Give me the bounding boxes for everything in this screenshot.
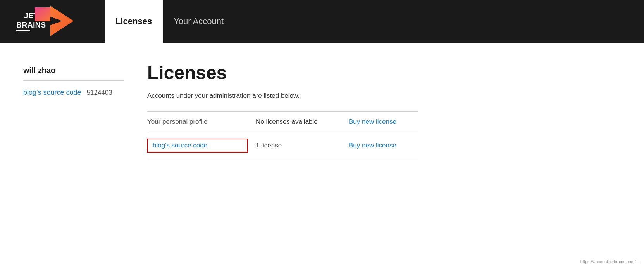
sidebar-divider xyxy=(23,80,124,81)
svg-marker-4 xyxy=(35,7,50,21)
sidebar-username: will zhao xyxy=(23,66,124,75)
sidebar-id: 5124403 xyxy=(87,89,112,97)
content-section: Licenses Accounts under your administrat… xyxy=(147,58,621,251)
content-description: Accounts under your administration are l… xyxy=(147,92,621,100)
page-title: Licenses xyxy=(147,62,621,83)
row-name-personal: Your personal profile xyxy=(147,118,248,126)
list-item: blog's source code 5124403 xyxy=(23,88,124,97)
table-row: blog's source code 1 license Buy new lic… xyxy=(147,132,418,159)
svg-text:BRAINS: BRAINS xyxy=(16,21,46,29)
row-status-personal: No licenses available xyxy=(256,118,341,126)
licenses-table: Your personal profile No licenses availa… xyxy=(147,111,418,159)
jetbrains-logo[interactable]: JET BRAINS xyxy=(12,6,81,37)
footer-url: https://account.jetbrains.com/... xyxy=(580,259,639,264)
sidebar: will zhao blog's source code 5124403 xyxy=(23,58,124,251)
buy-license-personal[interactable]: Buy new license xyxy=(349,118,396,126)
sidebar-link-source-code[interactable]: blog's source code xyxy=(23,88,81,97)
header: JET BRAINS Licenses Your Account xyxy=(0,0,644,43)
main-nav: Licenses Your Account xyxy=(105,0,234,43)
nav-licenses[interactable]: Licenses xyxy=(105,0,163,43)
row-name-source-code: blog's source code xyxy=(147,139,248,153)
row-status-source-code: 1 license xyxy=(256,142,341,149)
svg-marker-5 xyxy=(50,6,74,36)
nav-account[interactable]: Your Account xyxy=(163,0,234,43)
buy-license-source-code[interactable]: Buy new license xyxy=(349,142,396,149)
svg-rect-1 xyxy=(16,30,30,31)
main-content: will zhao blog's source code 5124403 Lic… xyxy=(0,43,644,267)
table-row: Your personal profile No licenses availa… xyxy=(147,111,418,132)
source-code-link[interactable]: blog's source code xyxy=(147,139,248,153)
